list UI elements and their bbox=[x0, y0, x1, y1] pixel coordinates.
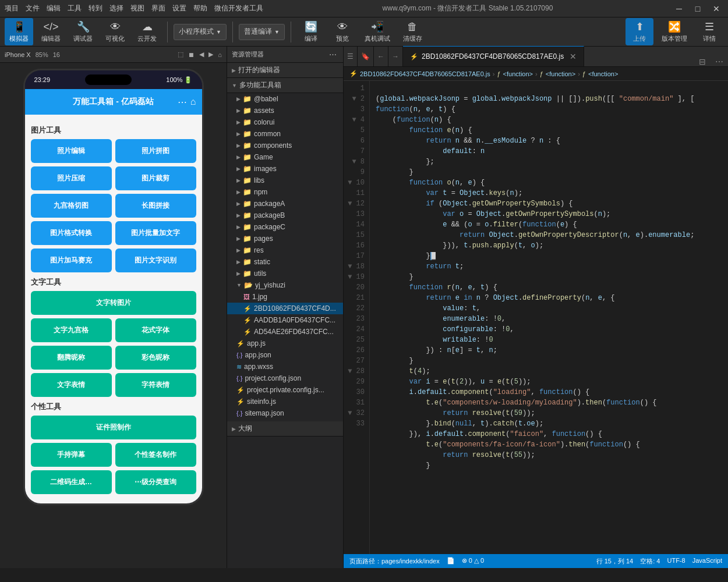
editor-button[interactable]: </> 编辑器 bbox=[37, 19, 65, 45]
code-content[interactable]: (global.webpackJsonp = global.webpackJso… bbox=[370, 81, 728, 554]
file-siteinfo[interactable]: ⚡ siteinfo.js bbox=[227, 396, 343, 407]
debugger-button[interactable]: 🔧 调试器 bbox=[69, 18, 97, 45]
menu-tools[interactable]: 工具 bbox=[68, 3, 82, 13]
clear-storage-button[interactable]: 🗑 清缓存 bbox=[398, 19, 427, 45]
menu-project[interactable]: 项目 bbox=[5, 3, 19, 13]
hold-bullet-btn[interactable]: 手持弹幕 bbox=[31, 443, 112, 467]
maximize-button[interactable]: □ bbox=[691, 3, 705, 15]
cloud-button[interactable]: ☁ 云开发 bbox=[133, 18, 161, 45]
qrcode-btn[interactable]: 二维码生成… bbox=[31, 470, 112, 494]
char-emoji-btn[interactable]: 字符表情 bbox=[115, 373, 196, 397]
menu-interface[interactable]: 界面 bbox=[151, 3, 165, 13]
minimize-button[interactable]: ─ bbox=[672, 3, 686, 15]
forward-icon[interactable]: ▶ bbox=[208, 51, 213, 58]
bc-func-2[interactable]: <function> bbox=[546, 70, 575, 77]
back-icon[interactable]: ◀ bbox=[199, 51, 204, 58]
simulator-button[interactable]: 📱 模拟器 bbox=[5, 18, 33, 45]
version-mgr-button[interactable]: 🔀 版本管理 bbox=[657, 18, 692, 45]
open-editors-section[interactable]: ▶ 打开的编辑器 bbox=[227, 63, 343, 78]
ocr-btn[interactable]: 图片文字识别 bbox=[115, 249, 196, 272]
tab-forward[interactable]: → bbox=[388, 46, 403, 66]
photo-collage-btn[interactable]: 照片拼图 bbox=[115, 139, 196, 163]
file-aaddb[interactable]: ⚡ AADDB1A0FD6437CFC... bbox=[227, 314, 343, 326]
close-button[interactable]: ✕ bbox=[709, 3, 723, 15]
file-projectconfig[interactable]: {.} project.config.json bbox=[227, 372, 343, 384]
text-nine-grid-btn[interactable]: 文字九宫格 bbox=[31, 318, 112, 342]
folder-colorui[interactable]: ▶ 📁 colorui bbox=[227, 116, 343, 128]
menu-help[interactable]: 帮助 bbox=[193, 3, 207, 13]
folder-static[interactable]: ▶ 📁 static bbox=[227, 256, 343, 268]
more-tabs-btn[interactable]: ⋯ bbox=[711, 57, 728, 66]
nine-grid-btn[interactable]: 九宫格切图 bbox=[31, 194, 112, 218]
tab-sidebar-toggle[interactable]: ☰ bbox=[344, 46, 358, 66]
file-appjs[interactable]: ⚡ app.js bbox=[227, 338, 343, 349]
folder-game[interactable]: ▶ 📁 Game bbox=[227, 151, 343, 163]
menu-goto[interactable]: 转到 bbox=[89, 3, 103, 13]
id-photo-btn[interactable]: 证件照制作 bbox=[31, 416, 196, 439]
mosaic-btn[interactable]: 图片加马赛克 bbox=[31, 249, 112, 272]
long-img-btn[interactable]: 长图拼接 bbox=[115, 194, 196, 218]
file-appwxss[interactable]: ≋ app.wxss bbox=[227, 361, 343, 372]
file-1jpg[interactable]: 🖼 1.jpg bbox=[227, 291, 343, 303]
batch-text-btn[interactable]: 图片批量加文字 bbox=[115, 221, 196, 245]
text-emoji-btn[interactable]: 文字表情 bbox=[31, 373, 112, 397]
detail-button[interactable]: ☰ 详情 bbox=[695, 18, 723, 45]
tab-bookmark[interactable]: 🔖 bbox=[358, 46, 374, 66]
tumble-nick-btn[interactable]: 翻腾昵称 bbox=[31, 346, 112, 370]
folder-pages[interactable]: ▶ 📁 pages bbox=[227, 233, 343, 244]
mode-dropdown[interactable]: 小程序模式 ▼ bbox=[174, 24, 227, 40]
real-machine-button[interactable]: 📲 真机调试 bbox=[360, 18, 395, 45]
upload-button[interactable]: ⬆ 上传 bbox=[625, 18, 653, 45]
folder-assets[interactable]: ▶ 📁 assets bbox=[227, 105, 343, 116]
outline-section[interactable]: ▶ 大纲 bbox=[227, 421, 343, 436]
menu-edit[interactable]: 编辑 bbox=[47, 3, 61, 13]
photo-edit-btn[interactable]: 照片编辑 bbox=[31, 139, 112, 163]
split-editor-btn[interactable]: ⊟ bbox=[694, 57, 711, 66]
file-projectprivate[interactable]: ⚡ project.private.config.js... bbox=[227, 384, 343, 396]
folder-utils[interactable]: ▶ 📁 utils bbox=[227, 268, 343, 279]
image-crop-btn[interactable]: 图片裁剪 bbox=[115, 166, 196, 190]
compile-dropdown[interactable]: 普通编译 ▼ bbox=[239, 24, 285, 40]
folder-res[interactable]: ▶ 📁 res bbox=[227, 244, 343, 256]
format-convert-btn[interactable]: 图片格式转换 bbox=[31, 221, 112, 245]
rotate-icon[interactable]: ⬚ bbox=[178, 51, 183, 58]
folder-babel[interactable]: ▶ 📁 @babel bbox=[227, 93, 343, 105]
compile-button[interactable]: 🔄 编译 bbox=[297, 18, 325, 45]
bc-func-1[interactable]: <function> bbox=[503, 70, 533, 77]
nav-menu-icon[interactable]: ⋯ bbox=[178, 97, 187, 108]
menu-view[interactable]: 视图 bbox=[130, 3, 144, 13]
file-ad54[interactable]: ⚡ AD54AE26FD6437CFC... bbox=[227, 326, 343, 338]
nav-home-icon[interactable]: ⌂ bbox=[190, 97, 196, 108]
menu-settings[interactable]: 设置 bbox=[172, 3, 186, 13]
signature-btn[interactable]: 个性签名制作 bbox=[115, 443, 196, 467]
new-file-icon[interactable]: ⋯ bbox=[327, 49, 338, 61]
folder-packageC[interactable]: ▶ 📁 packageC bbox=[227, 221, 343, 233]
folder-images[interactable]: ▶ 📁 images bbox=[227, 163, 343, 175]
folder-packageB[interactable]: ▶ 📁 packageB bbox=[227, 210, 343, 221]
folder-common[interactable]: ▶ 📁 common bbox=[227, 128, 343, 140]
menu-file[interactable]: 文件 bbox=[26, 3, 40, 13]
category-btn[interactable]: ⋯级分类查询 bbox=[115, 470, 196, 494]
folder-packageA[interactable]: ▶ 📁 packageA bbox=[227, 198, 343, 210]
folder-libs[interactable]: ▶ 📁 libs bbox=[227, 175, 343, 186]
folder-yj-yishuzi[interactable]: ▼ 📂 yj_yishuzi bbox=[227, 279, 343, 291]
menu-select[interactable]: 选择 bbox=[109, 3, 123, 13]
stop-icon[interactable]: ⏹ bbox=[188, 51, 195, 58]
preview-button[interactable]: 👁 预览 bbox=[328, 19, 356, 45]
file-sitemap[interactable]: {.} sitemap.json bbox=[227, 407, 343, 419]
bc-filename[interactable]: 2BD10862FD6437CF4DB76065CD817AE0.js bbox=[360, 70, 490, 77]
fancy-font-btn[interactable]: 花式字体 bbox=[115, 318, 196, 342]
bc-func-3[interactable]: <function> bbox=[588, 70, 618, 77]
tab-close-btn[interactable]: ✕ bbox=[570, 52, 577, 61]
tab-back[interactable]: ← bbox=[374, 46, 388, 66]
file-appjson[interactable]: {.} app.json bbox=[227, 349, 343, 361]
folder-npm[interactable]: ▶ 📁 npm bbox=[227, 186, 343, 198]
photo-compress-btn[interactable]: 照片压缩 bbox=[31, 166, 112, 190]
visual-button[interactable]: 👁 可视化 bbox=[101, 19, 129, 45]
editor-tab-active[interactable]: ⚡ 2BD10862FD6437CF4DB76065CD817AE0.js ✕ bbox=[403, 46, 584, 66]
home-icon[interactable]: ⌂ bbox=[218, 51, 222, 58]
project-section[interactable]: ▼ 多功能工具箱 bbox=[227, 78, 343, 93]
file-2bd[interactable]: ⚡ 2BD10862FD6437CF4D... bbox=[227, 303, 343, 314]
menu-wechat-devtools[interactable]: 微信开发者工具 bbox=[214, 3, 263, 13]
color-nick-btn[interactable]: 彩色昵称 bbox=[115, 346, 196, 370]
